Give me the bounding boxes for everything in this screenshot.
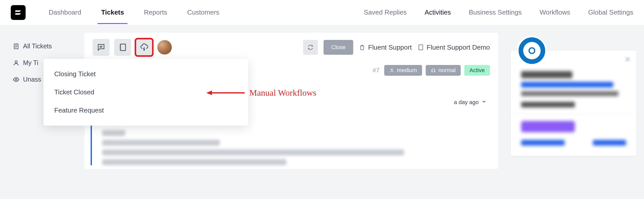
- thread-time-label: a day ago: [454, 99, 479, 106]
- priority-pill[interactable]: medium: [384, 65, 422, 76]
- chevron-down-icon: [481, 99, 487, 106]
- annotation-manual-workflows: Manual Workflows: [206, 88, 316, 98]
- redacted-text: [102, 149, 404, 156]
- nav-tickets[interactable]: Tickets: [101, 1, 124, 24]
- redacted-name: [521, 71, 572, 78]
- workflow-item-closing-ticket[interactable]: Closing Ticket: [44, 65, 248, 83]
- gravatar-icon: [519, 37, 545, 64]
- doc-list-icon: [13, 43, 19, 50]
- svg-point-5: [15, 79, 17, 80]
- svg-marker-21: [206, 91, 212, 95]
- notebook-icon: [118, 43, 127, 52]
- customer-profile-panel: [511, 33, 636, 169]
- nav-workflows[interactable]: Workflows: [540, 1, 570, 24]
- pill-label: normal: [438, 67, 456, 74]
- arrow-icon: [206, 89, 245, 97]
- crumb-label: Fluent Support: [368, 43, 412, 51]
- nav-business-settings[interactable]: Business Settings: [469, 1, 522, 24]
- annotation-label: Manual Workflows: [249, 88, 316, 98]
- headset-icon: [431, 68, 436, 73]
- status-pill[interactable]: Active: [464, 65, 490, 76]
- close-icon[interactable]: [624, 56, 631, 63]
- svg-point-4: [15, 61, 17, 63]
- refresh-icon: [307, 44, 314, 50]
- user-icon: [389, 68, 394, 73]
- redacted-line: [521, 91, 618, 96]
- refresh-button[interactable]: [303, 40, 318, 55]
- ticket-toolbar: Close Fluent Support Fluent Support Demo: [93, 39, 490, 56]
- eye-icon: [13, 76, 19, 83]
- nav-saved-replies[interactable]: Saved Replies: [364, 1, 407, 24]
- nav-reports[interactable]: Reports: [144, 1, 167, 24]
- notes-button[interactable]: [114, 39, 131, 56]
- redacted-link[interactable]: [593, 140, 626, 146]
- nav-left-group: Dashboard Tickets Reports Customers: [49, 1, 219, 24]
- ticket-panel: Close Fluent Support Fluent Support Demo…: [84, 33, 498, 169]
- close-ticket-button[interactable]: Close: [324, 40, 353, 55]
- svg-point-22: [391, 69, 392, 70]
- redacted-location: [521, 102, 575, 107]
- redacted-text: [102, 130, 125, 136]
- nav-dashboard[interactable]: Dashboard: [49, 1, 81, 24]
- pill-label: Active: [469, 67, 485, 74]
- redacted-email: [521, 82, 613, 87]
- sidebar-item-label: My Ti: [23, 59, 38, 67]
- building-icon: [417, 44, 424, 51]
- customer-avatar: [517, 36, 547, 65]
- nav-customers[interactable]: Customers: [187, 1, 219, 24]
- redacted-text: [102, 140, 220, 146]
- nav-right-group: Saved Replies Activities Business Settin…: [364, 1, 633, 24]
- user-icon: [13, 60, 19, 66]
- shopping-bag-icon: [359, 44, 366, 51]
- redacted-action-button[interactable]: [521, 121, 575, 132]
- crumb-mailbox[interactable]: Fluent Support Demo: [417, 43, 490, 51]
- svg-rect-13: [419, 45, 423, 50]
- workflow-item-feature-request[interactable]: Feature Request: [44, 101, 248, 119]
- top-nav: Dashboard Tickets Reports Customers Save…: [0, 0, 644, 25]
- redacted-text: [102, 159, 286, 165]
- app-logo: [11, 5, 26, 20]
- cloud-bolt-icon: [140, 43, 148, 52]
- sidebar-item-label: All Tickets: [23, 42, 52, 50]
- type-pill[interactable]: normal: [426, 65, 461, 76]
- nav-activities[interactable]: Activities: [425, 1, 451, 24]
- pill-label: medium: [397, 67, 417, 74]
- nav-global-settings[interactable]: Global Settings: [588, 1, 633, 24]
- sidebar-item-label: Unass: [23, 76, 41, 83]
- crumb-label: Fluent Support Demo: [427, 43, 490, 51]
- sidebar-item-all-tickets[interactable]: All Tickets: [10, 38, 77, 54]
- ticket-id: #7: [373, 67, 380, 74]
- reply-button[interactable]: [93, 39, 110, 56]
- redacted-link[interactable]: [521, 140, 565, 146]
- chat-icon: [97, 43, 105, 52]
- profile-card: [511, 51, 636, 156]
- assignee-avatar[interactable]: [157, 40, 172, 55]
- crumb-product[interactable]: Fluent Support: [359, 43, 412, 51]
- svg-rect-8: [121, 44, 126, 51]
- workflows-button[interactable]: [136, 39, 153, 56]
- logo-icon: [14, 8, 23, 17]
